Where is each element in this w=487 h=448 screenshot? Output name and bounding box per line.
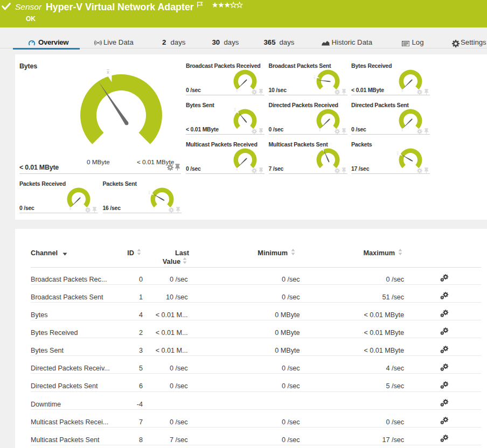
svg-text:x: x	[236, 89, 238, 93]
svg-text:x: x	[107, 69, 109, 75]
svg-text:x: x	[319, 128, 321, 132]
svg-text:x: x	[148, 191, 150, 194]
svg-text:x: x	[236, 167, 238, 171]
svg-text:x: x	[401, 89, 403, 93]
svg-text:x: x	[234, 108, 236, 111]
svg-text:x: x	[397, 151, 399, 155]
svg-text:x: x	[401, 128, 403, 132]
svg-text:x: x	[319, 145, 322, 149]
svg-text:x: x	[314, 75, 316, 79]
svg-text:x: x	[69, 207, 72, 211]
